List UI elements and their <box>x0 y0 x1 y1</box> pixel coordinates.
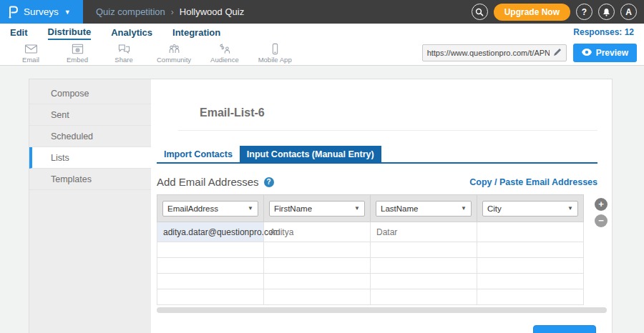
preview-label: Preview <box>596 48 628 58</box>
cell-email[interactable]: aditya.datar@questionpro.com <box>157 222 264 242</box>
channel-label: Community <box>157 56 191 64</box>
avatar[interactable]: A <box>620 4 637 20</box>
copy-paste-link[interactable]: Copy / Paste Email Addresses <box>469 177 597 187</box>
channel-label: Mobile App <box>258 56 292 64</box>
cell-lastname[interactable] <box>371 289 477 305</box>
tab-integration[interactable]: Integration <box>172 26 220 39</box>
tab-edit[interactable]: Edit <box>10 26 28 39</box>
cell-firstname[interactable] <box>264 289 371 305</box>
breadcrumb-separator: › <box>171 7 174 17</box>
channel-audience[interactable]: Audience <box>210 43 239 64</box>
notifications-button[interactable] <box>598 4 615 20</box>
tab-analytics[interactable]: Analytics <box>111 26 152 39</box>
column-select-firstname[interactable]: FirstName ▼ <box>269 201 365 217</box>
cell-lastname[interactable] <box>371 258 477 274</box>
column-select-city[interactable]: City ▼ <box>482 201 578 217</box>
add-emails-header: Add Email Addresses ? Copy / Paste Email… <box>157 176 597 188</box>
audience-icon <box>218 43 231 55</box>
cell-lastname[interactable] <box>371 242 477 258</box>
cell-firstname[interactable] <box>264 274 371 289</box>
mobile-app-icon <box>268 43 282 55</box>
breadcrumb-parent[interactable]: Quiz competition <box>96 6 165 17</box>
cell-lastname[interactable] <box>371 274 477 289</box>
remove-column-button[interactable]: − <box>595 214 608 227</box>
email-icon <box>24 43 38 55</box>
survey-url-field[interactable]: https://www.questionpro.com/t/APNrFZ <box>422 44 567 61</box>
tab-input-contacts-manual[interactable]: Input Contacts (Manual Entry) <box>240 146 381 162</box>
cell-email[interactable] <box>157 274 264 289</box>
contacts-tabs: Import Contacts Input Contacts (Manual E… <box>157 146 597 164</box>
section-title: Add Email Addresses <box>157 176 259 188</box>
toolbar-right: https://www.questionpro.com/t/APNrFZ Pre… <box>422 44 637 62</box>
tab-import-contacts[interactable]: Import Contacts <box>157 146 240 162</box>
bell-icon <box>602 8 610 16</box>
upload-area: Upload <box>151 325 596 333</box>
edit-url-icon[interactable] <box>553 46 562 59</box>
top-header: Surveys ▼ Quiz competition › Hollywood Q… <box>0 0 644 24</box>
channel-email[interactable]: Email <box>17 43 44 64</box>
email-sidebar: Compose Sent Scheduled Lists Templates <box>29 79 151 333</box>
survey-url: https://www.questionpro.com/t/APNrFZ <box>427 49 550 57</box>
title-divider <box>178 130 597 131</box>
cell-lastname[interactable]: Datar <box>371 222 477 242</box>
sidebar-item-lists[interactable]: Lists <box>29 147 151 169</box>
channel-label: Email <box>22 56 39 64</box>
cell-city[interactable] <box>477 222 584 242</box>
cell-email[interactable] <box>157 289 264 305</box>
channel-community[interactable]: Community <box>157 43 191 64</box>
cell-email[interactable] <box>157 242 264 258</box>
cell-city[interactable] <box>477 274 584 289</box>
surveys-menu[interactable]: Surveys ▼ <box>0 0 83 24</box>
chevron-down-icon: ▼ <box>567 205 573 212</box>
help-icon[interactable]: ? <box>264 177 274 187</box>
email-panel: Compose Sent Scheduled Lists Templates E… <box>29 79 613 333</box>
header-actions: Upgrade Now ? A <box>472 4 644 21</box>
column-select-lastname[interactable]: LastName ▼ <box>376 201 472 217</box>
search-icon <box>475 8 484 16</box>
column-select-emailaddress[interactable]: EmailAddress ▼ <box>162 201 258 217</box>
survey-nav: Edit Distribute Analytics Integration Re… <box>0 24 644 41</box>
table-row <box>157 289 584 305</box>
channel-share[interactable]: Share <box>110 43 137 64</box>
horizontal-scrollbar[interactable] <box>157 307 607 313</box>
cell-firstname[interactable] <box>264 242 371 258</box>
distribute-toolbar: Email Embed Share <box>0 41 644 66</box>
cell-firstname[interactable] <box>264 258 371 274</box>
upgrade-now-button[interactable]: Upgrade Now <box>494 4 570 21</box>
questionpro-logo-icon <box>7 6 19 19</box>
responses-count[interactable]: Responses: 12 <box>573 27 634 37</box>
sidebar-item-compose[interactable]: Compose <box>29 83 151 104</box>
upload-button[interactable]: Upload <box>533 325 596 333</box>
community-icon <box>167 43 181 55</box>
chevron-down-icon: ▼ <box>461 205 467 212</box>
breadcrumb: Quiz competition › Hollywood Quiz <box>96 6 244 17</box>
help-button[interactable]: ? <box>576 4 592 20</box>
chevron-down-icon: ▼ <box>64 9 71 16</box>
preview-button[interactable]: Preview <box>573 44 637 62</box>
cell-firstname[interactable]: Aditya <box>264 222 371 242</box>
channel-mobile-app[interactable]: Mobile App <box>258 43 292 64</box>
table-row: aditya.datar@questionpro.com Aditya Data… <box>157 222 584 242</box>
channel-items: Email Embed Share <box>17 43 292 64</box>
channel-embed[interactable]: Embed <box>64 43 91 64</box>
cell-city[interactable] <box>477 289 584 305</box>
search-button[interactable] <box>472 4 488 20</box>
row-controls: + − <box>595 198 608 227</box>
eye-icon <box>582 48 592 58</box>
page-title: Email-List-6 <box>200 106 612 119</box>
tab-distribute[interactable]: Distribute <box>48 25 92 40</box>
sidebar-item-scheduled[interactable]: Scheduled <box>29 126 151 147</box>
sidebar-item-sent[interactable]: Sent <box>29 104 151 126</box>
table-row <box>157 242 584 258</box>
chevron-down-icon: ▼ <box>248 205 253 212</box>
cell-city[interactable] <box>477 258 584 274</box>
app-window: Surveys ▼ Quiz competition › Hollywood Q… <box>0 0 644 333</box>
embed-icon <box>71 43 84 55</box>
cell-city[interactable] <box>477 242 584 258</box>
channel-label: Share <box>114 56 132 64</box>
sidebar-item-templates[interactable]: Templates <box>29 169 151 190</box>
cell-email[interactable] <box>157 258 264 274</box>
channel-label: Embed <box>67 56 88 64</box>
contacts-table-zone: EmailAddress ▼ FirstName ▼ <box>157 194 612 305</box>
add-column-button[interactable]: + <box>595 198 608 211</box>
